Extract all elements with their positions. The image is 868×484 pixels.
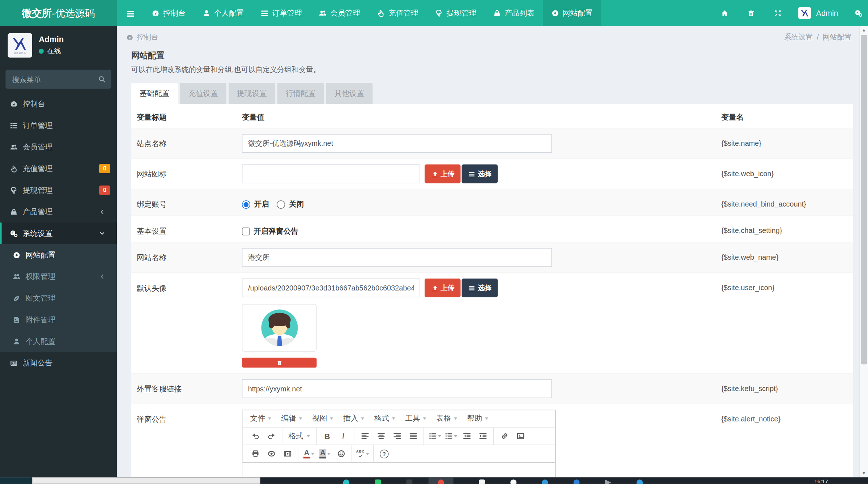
- sidebar-item-products[interactable]: 产品管理: [0, 201, 117, 223]
- align-justify-button[interactable]: [405, 429, 421, 443]
- tab-recharge-settings[interactable]: 充值设置: [180, 83, 226, 104]
- sidebar-item-withdraw[interactable]: 提现管理0: [0, 179, 117, 201]
- site-name-input[interactable]: [242, 134, 552, 153]
- help-button[interactable]: ?: [376, 447, 392, 460]
- taskbar-app-icon[interactable]: [438, 480, 444, 484]
- upload-button[interactable]: 上传: [425, 279, 460, 297]
- tab-other-settings[interactable]: 其他设置: [326, 83, 373, 104]
- print-button[interactable]: [247, 447, 263, 460]
- scrollbar-thumb[interactable]: [861, 35, 867, 364]
- bullet-list-button[interactable]: [427, 429, 442, 443]
- editor-menu-table[interactable]: 表格: [432, 411, 462, 426]
- sidebar-item-system-settings[interactable]: 系统设置: [0, 222, 117, 244]
- taskbar-app-icon[interactable]: [406, 480, 412, 484]
- upload-button[interactable]: 上传: [425, 165, 460, 183]
- delete-avatar-button[interactable]: [242, 358, 317, 368]
- numbered-list-button[interactable]: [443, 429, 458, 443]
- topnav-item-members[interactable]: 会员管理: [310, 0, 369, 26]
- bold-button[interactable]: B: [319, 429, 335, 443]
- link-button[interactable]: [497, 429, 512, 443]
- editor-menu-format[interactable]: 格式: [370, 411, 400, 426]
- taskbar-app-icon[interactable]: [375, 480, 381, 484]
- sidebar-toggle-button[interactable]: [117, 0, 143, 26]
- tab-withdraw-settings[interactable]: 提现设置: [229, 83, 275, 104]
- radio-off[interactable]: [277, 200, 285, 208]
- home-button[interactable]: [719, 9, 731, 17]
- align-right-button[interactable]: [389, 429, 405, 443]
- sidebar-item-site-config[interactable]: 网站配置: [0, 244, 117, 266]
- scroll-down-arrow[interactable]: ▼: [860, 469, 868, 477]
- preview-button[interactable]: [264, 447, 279, 460]
- taskbar-app-icon[interactable]: [343, 480, 349, 484]
- radio-on[interactable]: [242, 200, 250, 208]
- outdent-button[interactable]: [459, 429, 475, 443]
- italic-button[interactable]: I: [336, 429, 351, 443]
- sidebar-item-articles[interactable]: 图文管理: [0, 287, 117, 309]
- clear-cache-button[interactable]: [745, 9, 758, 17]
- topnav-item-products[interactable]: 产品列表: [485, 0, 543, 26]
- insert-image-button[interactable]: [512, 429, 528, 443]
- topnav-item-withdraw[interactable]: 提现管理: [426, 0, 485, 26]
- editor-menu-insert[interactable]: 插入: [339, 411, 369, 426]
- search-input[interactable]: [5, 70, 111, 89]
- breadcrumb-section[interactable]: 系统设置: [784, 32, 813, 42]
- tab-basic-config[interactable]: 基础配置: [131, 83, 178, 104]
- sidebar-item-members[interactable]: 会员管理: [0, 136, 117, 158]
- topnav-item-dashboard[interactable]: 控制台: [143, 0, 194, 26]
- taskbar-active-app[interactable]: [429, 477, 454, 484]
- brand-logo[interactable]: 微交所-优选源码: [0, 0, 117, 26]
- choose-button[interactable]: 选择: [462, 279, 498, 297]
- taskbar-app-icon[interactable]: [542, 480, 548, 484]
- align-center-button[interactable]: [373, 429, 389, 443]
- popup-notice-checkbox[interactable]: [242, 228, 250, 235]
- indent-button[interactable]: [475, 429, 490, 443]
- taskbar-app-icon[interactable]: [510, 480, 516, 484]
- sidebar-item-news[interactable]: 新闻公告: [0, 352, 117, 374]
- align-left-button[interactable]: [357, 429, 373, 443]
- taskbar-app-icon[interactable]: [479, 480, 485, 484]
- settings-button[interactable]: [852, 9, 865, 17]
- sidebar-item-attachments[interactable]: 附件管理: [0, 309, 117, 331]
- kefu-link-input[interactable]: [242, 379, 552, 398]
- editor-menu-view[interactable]: 视图: [308, 411, 338, 426]
- chevron-down-icon: [307, 435, 310, 437]
- choose-button[interactable]: 选择: [462, 165, 498, 183]
- topnav-item-recharge[interactable]: 充值管理: [369, 0, 427, 26]
- editor-content-area[interactable]: [242, 462, 555, 477]
- breadcrumb-home[interactable]: 控制台: [126, 32, 158, 42]
- admin-user-menu[interactable]: Admin: [799, 7, 838, 19]
- sidebar-item-recharge[interactable]: 充值管理0: [0, 158, 117, 179]
- sidebar-item-orders[interactable]: 订单管理: [0, 115, 117, 136]
- scroll-up-arrow[interactable]: ▲: [860, 26, 868, 34]
- search-icon[interactable]: [98, 75, 106, 83]
- undo-button[interactable]: [247, 429, 263, 443]
- topnav-item-orders[interactable]: 订单管理: [252, 0, 310, 26]
- editor-menu-tools[interactable]: 工具: [401, 411, 431, 426]
- spellcheck-button[interactable]: ABC: [355, 447, 370, 460]
- taskbar-app-icon[interactable]: [574, 480, 580, 484]
- start-button[interactable]: [0, 477, 32, 484]
- sidebar-item-dashboard[interactable]: 控制台: [0, 93, 117, 115]
- ya-logo-icon: [800, 9, 809, 17]
- highlight-color-button[interactable]: A: [317, 447, 333, 460]
- fullscreen-button[interactable]: [772, 9, 784, 17]
- taskbar-search-box[interactable]: [32, 477, 260, 484]
- topnav-item-site-config[interactable]: 网站配置: [543, 0, 601, 26]
- editor-menu-file[interactable]: 文件: [246, 411, 276, 426]
- sidebar-item-profile[interactable]: 个人配置: [0, 331, 117, 352]
- editor-menu-help[interactable]: 帮助: [463, 411, 493, 426]
- tab-market-config[interactable]: 行情配置: [277, 83, 324, 104]
- user-icon-input[interactable]: [242, 279, 420, 297]
- topnav-item-profile[interactable]: 个人配置: [194, 0, 252, 26]
- text-color-button[interactable]: A: [301, 447, 317, 460]
- format-select[interactable]: 格式: [285, 429, 313, 443]
- taskbar-app-icon[interactable]: [637, 480, 643, 484]
- media-button[interactable]: [280, 447, 295, 460]
- taskbar-app-icon[interactable]: [605, 480, 611, 484]
- web-icon-input[interactable]: [242, 165, 420, 183]
- sidebar-item-permissions[interactable]: 权限管理: [0, 266, 117, 288]
- editor-menu-edit[interactable]: 编辑: [277, 411, 307, 426]
- redo-button[interactable]: [264, 429, 279, 443]
- emoticons-button[interactable]: [333, 447, 349, 460]
- web-name-input[interactable]: [242, 248, 552, 267]
